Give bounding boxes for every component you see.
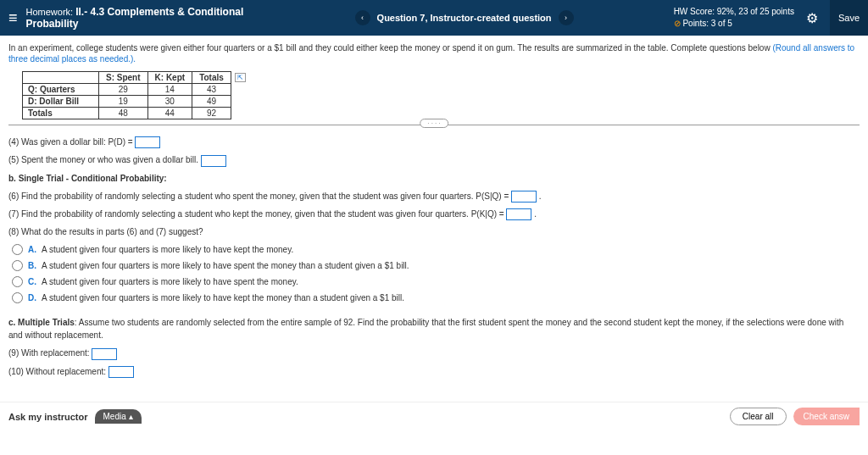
cell: 92	[192, 108, 231, 119]
gear-icon[interactable]: ⚙	[806, 10, 818, 26]
prev-question-button[interactable]: ‹	[355, 10, 370, 25]
col-totals: Totals	[192, 72, 231, 84]
option-d[interactable]: D.A student given four quarters is more …	[12, 291, 860, 304]
radio-d[interactable]	[12, 292, 23, 303]
q7: (7) Find the probability of randomly sel…	[8, 208, 860, 220]
option-c[interactable]: C.A student given four quarters is more …	[12, 275, 860, 288]
cell: 14	[147, 84, 192, 96]
q9: (9) With replacement:	[8, 347, 860, 359]
ask-instructor-link[interactable]: Ask my instructor	[8, 412, 88, 422]
cell: 48	[99, 108, 148, 119]
answer-input-6[interactable]	[511, 191, 537, 203]
save-button[interactable]: Save	[830, 0, 868, 36]
data-table: S: Spent K: Kept Totals ⇱ Q: Quarters 29…	[22, 71, 253, 119]
content-area: In an experiment, college students were …	[0, 36, 868, 390]
hw-score: HW Score: 92%, 23 of 25 points	[674, 6, 794, 18]
homework-label: Homework:	[26, 7, 74, 17]
col-spent: S: Spent	[99, 72, 148, 84]
section-c: c. Multiple Trials: Assume two students …	[8, 316, 860, 341]
next-question-button[interactable]: ›	[559, 10, 574, 25]
score-block: HW Score: 92%, 23 of 25 points Points: 3…	[674, 6, 794, 30]
media-button[interactable]: Media ▴	[95, 409, 142, 424]
row-totals: Totals	[23, 108, 99, 119]
radio-b[interactable]	[12, 260, 23, 271]
row-quarters: Q: Quarters	[23, 84, 99, 96]
footer-bar: Ask my instructor Media ▴ Clear all Chec…	[0, 402, 868, 430]
intro-text: In an experiment, college students were …	[8, 42, 860, 64]
option-a[interactable]: A.A student given four quarters is more …	[12, 243, 860, 256]
table-expand-icon[interactable]: ⇱	[235, 73, 246, 82]
cell: 19	[99, 96, 148, 108]
cell: 29	[99, 84, 148, 96]
check-answer-button[interactable]: Check answ	[793, 408, 860, 425]
answer-input-10[interactable]	[108, 366, 134, 378]
homework-title-block: Homework: II.- 4.3 Complements & Conditi…	[26, 6, 255, 31]
q6: (6) Find the probability of randomly sel…	[8, 190, 860, 203]
q4: (4) Was given a dollar bill: P(D) =	[8, 136, 860, 148]
row-dollar: D: Dollar Bill	[23, 96, 99, 108]
question-label: Question 7, Instructor-created question	[377, 13, 552, 23]
cell: 30	[147, 96, 192, 108]
q10: (10) Without replacement:	[8, 365, 860, 378]
cell: 43	[192, 84, 231, 96]
answer-input-9[interactable]	[92, 348, 117, 360]
cell: 44	[147, 108, 192, 119]
option-b[interactable]: B.A student given four quarters is more …	[12, 259, 860, 272]
cell: 49	[192, 96, 231, 108]
questions-section: (4) Was given a dollar bill: P(D) = (5) …	[8, 136, 860, 378]
points: Points: 3 of 5	[674, 18, 794, 30]
answer-input-5[interactable]	[201, 155, 226, 167]
clear-all-button[interactable]: Clear all	[730, 408, 787, 425]
answer-input-7[interactable]	[506, 208, 531, 220]
question-nav: ‹ Question 7, Instructor-created questio…	[255, 10, 674, 25]
app-header: ≡ Homework: II.- 4.3 Complements & Condi…	[0, 0, 868, 36]
col-kept: K: Kept	[147, 72, 192, 84]
q5: (5) Spent the money or who was given a d…	[8, 153, 860, 166]
radio-c[interactable]	[12, 276, 23, 287]
answer-input-4[interactable]	[135, 136, 160, 148]
radio-a[interactable]	[12, 244, 23, 255]
collapse-toggle[interactable]: · · · ·	[420, 119, 448, 128]
section-b-header: b. Single Trial - Conditional Probabilit…	[8, 172, 860, 185]
intro-main: In an experiment, college students were …	[8, 43, 772, 53]
q8-options: A.A student given four quarters is more …	[12, 243, 860, 304]
menu-icon[interactable]: ≡	[8, 9, 18, 27]
q8: (8) What do the results in parts (6) and…	[8, 225, 860, 238]
